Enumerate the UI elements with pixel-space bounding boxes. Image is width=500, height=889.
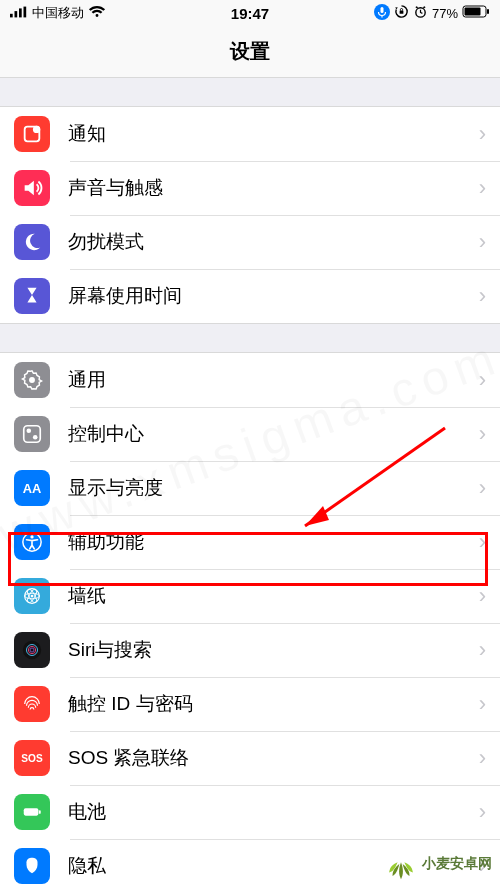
chevron-right-icon: › <box>479 175 486 201</box>
svg-point-15 <box>27 429 32 434</box>
settings-group-1: 通知 › 声音与触感 › 勿扰模式 › 屏幕使用时间 › <box>0 106 500 324</box>
svg-text:AA: AA <box>23 481 42 496</box>
row-privacy[interactable]: 隐私 › <box>0 839 500 889</box>
status-left: 中国移动 <box>10 4 106 22</box>
row-label: SOS 紧急联络 <box>68 745 479 771</box>
row-touchid[interactable]: 触控 ID 与密码 › <box>0 677 500 731</box>
svg-point-12 <box>33 126 40 133</box>
battery-icon <box>462 5 490 21</box>
row-general[interactable]: 通用 › <box>0 353 500 407</box>
svg-point-19 <box>30 535 33 538</box>
chevron-right-icon: › <box>479 637 486 663</box>
svg-text:SOS: SOS <box>21 753 43 764</box>
battery-row-icon <box>14 794 50 830</box>
row-wallpaper[interactable]: 墙纸 › <box>0 569 500 623</box>
display-icon: AA <box>14 470 50 506</box>
siri-icon <box>14 632 50 668</box>
row-screentime[interactable]: 屏幕使用时间 › <box>0 269 500 323</box>
chevron-right-icon: › <box>479 799 486 825</box>
svg-rect-0 <box>10 14 13 18</box>
row-siri[interactable]: Siri与搜索 › <box>0 623 500 677</box>
row-notifications[interactable]: 通知 › <box>0 107 500 161</box>
row-label: 显示与亮度 <box>68 475 479 501</box>
row-label: 屏幕使用时间 <box>68 283 479 309</box>
row-label: 隐私 <box>68 853 479 879</box>
svg-rect-9 <box>465 8 481 16</box>
row-controlcenter[interactable]: 控制中心 › <box>0 407 500 461</box>
chevron-right-icon: › <box>479 853 486 879</box>
svg-point-25 <box>23 641 41 659</box>
row-label: 通知 <box>68 121 479 147</box>
status-bar: 中国移动 19:47 77% <box>0 0 500 26</box>
chevron-right-icon: › <box>479 229 486 255</box>
svg-point-16 <box>33 435 38 440</box>
dnd-icon <box>14 224 50 260</box>
chevron-right-icon: › <box>479 121 486 147</box>
row-label: 勿扰模式 <box>68 229 479 255</box>
svg-rect-14 <box>24 426 41 443</box>
row-accessibility[interactable]: 辅助功能 › <box>0 515 500 569</box>
chevron-right-icon: › <box>479 283 486 309</box>
svg-point-13 <box>29 377 35 383</box>
row-label: Siri与搜索 <box>68 637 479 663</box>
notifications-icon <box>14 116 50 152</box>
carrier-label: 中国移动 <box>32 4 84 22</box>
row-dnd[interactable]: 勿扰模式 › <box>0 215 500 269</box>
controlcenter-icon <box>14 416 50 452</box>
chevron-right-icon: › <box>479 367 486 393</box>
voice-icon <box>374 4 390 23</box>
status-right: 77% <box>374 4 490 23</box>
wifi-icon <box>88 5 106 21</box>
screentime-icon <box>14 278 50 314</box>
sos-icon: SOS <box>14 740 50 776</box>
signal-icon <box>10 5 28 21</box>
svg-point-24 <box>31 595 34 598</box>
alarm-icon <box>413 4 428 22</box>
row-label: 墙纸 <box>68 583 479 609</box>
chevron-right-icon: › <box>479 583 486 609</box>
svg-rect-30 <box>24 808 39 815</box>
row-battery[interactable]: 电池 › <box>0 785 500 839</box>
orientation-lock-icon <box>394 4 409 22</box>
chevron-right-icon: › <box>479 475 486 501</box>
svg-rect-31 <box>39 810 41 814</box>
row-label: 控制中心 <box>68 421 479 447</box>
general-icon <box>14 362 50 398</box>
sounds-icon <box>14 170 50 206</box>
svg-rect-10 <box>487 9 489 14</box>
svg-rect-2 <box>19 8 22 17</box>
row-label: 通用 <box>68 367 479 393</box>
row-label: 辅助功能 <box>68 529 479 555</box>
chevron-right-icon: › <box>479 421 486 447</box>
wallpaper-icon <box>14 578 50 614</box>
chevron-right-icon: › <box>479 691 486 717</box>
row-display[interactable]: AA 显示与亮度 › <box>0 461 500 515</box>
page-title-bar: 设置 <box>0 26 500 78</box>
battery-pct: 77% <box>432 6 458 21</box>
svg-rect-3 <box>24 7 27 18</box>
status-time: 19:47 <box>231 5 269 22</box>
row-sounds[interactable]: 声音与触感 › <box>0 161 500 215</box>
row-label: 触控 ID 与密码 <box>68 691 479 717</box>
accessibility-icon <box>14 524 50 560</box>
chevron-right-icon: › <box>479 529 486 555</box>
svg-rect-1 <box>15 11 18 17</box>
chevron-right-icon: › <box>479 745 486 771</box>
privacy-icon <box>14 848 50 884</box>
row-label: 电池 <box>68 799 479 825</box>
row-sos[interactable]: SOS SOS 紧急联络 › <box>0 731 500 785</box>
row-label: 声音与触感 <box>68 175 479 201</box>
touchid-icon <box>14 686 50 722</box>
svg-rect-6 <box>400 11 404 14</box>
svg-rect-5 <box>380 7 383 13</box>
settings-group-2: 通用 › 控制中心 › AA 显示与亮度 › 辅助功能 › 墙纸 › Siri与… <box>0 352 500 889</box>
page-title: 设置 <box>230 38 270 65</box>
